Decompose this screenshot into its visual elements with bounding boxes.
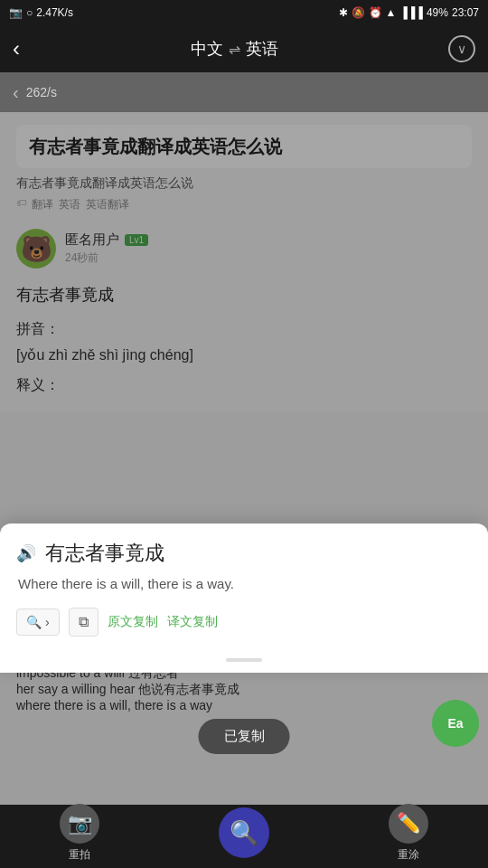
search-button[interactable]: 🔍 ›: [16, 609, 60, 636]
search-arrow: ›: [45, 615, 50, 629]
status-left: 📷 ○ 2.47K/s: [9, 6, 73, 19]
bottom-toolbar: 📷 重拍 🔍 ✏️ 重涂: [0, 805, 488, 868]
copy-icon-button[interactable]: ⧉: [69, 608, 99, 637]
nav-title: 中文 ⇌ 英语: [191, 38, 278, 60]
draw-icon: ✏️: [389, 804, 428, 844]
mute-icon: 🔕: [352, 6, 365, 19]
wifi-icon: ▲: [386, 6, 397, 19]
alarm-icon: ⏰: [369, 6, 382, 19]
copied-toast: 已复制: [199, 719, 290, 754]
status-right: ✱ 🔕 ⏰ ▲ ▐▐▐ 49% 23:07: [339, 6, 479, 19]
nav-title-chinese: 中文: [191, 38, 223, 60]
battery-text: 49%: [427, 6, 448, 19]
signal-bars-icon: ▐▐▐: [399, 6, 423, 19]
ea-label: Ea: [447, 716, 463, 731]
camera-icon: 📷: [60, 804, 99, 844]
search-icon: 🔍: [26, 615, 42, 629]
original-copy-button[interactable]: 原文复制: [108, 614, 158, 630]
popup-drag-handle: [16, 651, 472, 673]
copy-icon: ⧉: [79, 614, 89, 629]
nav-bar: ‹ 中文 ⇌ 英语 ∨: [0, 25, 488, 72]
translated-copy-button[interactable]: 译文复制: [167, 614, 218, 630]
status-bar: 📷 ○ 2.47K/s ✱ 🔕 ⏰ ▲ ▐▐▐ 49% 23:07: [0, 0, 488, 25]
ea-badge[interactable]: Ea: [432, 700, 479, 747]
search-large-icon: 🔍: [219, 807, 269, 858]
overlay: [0, 112, 488, 817]
back-button[interactable]: ‹: [13, 36, 20, 61]
drag-handle-bar: [226, 658, 262, 662]
translation-popup: 🔊 有志者事竟成 Where there is a will, there is…: [0, 524, 488, 673]
search-center-button[interactable]: 🔍: [219, 807, 269, 858]
speaker-icon[interactable]: 🔊: [16, 543, 36, 563]
second-back-icon: ‹: [13, 82, 19, 103]
retake-button[interactable]: 📷 重拍: [60, 804, 99, 863]
popup-chinese-text: 有志者事竟成: [45, 540, 164, 567]
retake-label: 重拍: [69, 847, 90, 863]
popup-english-text: Where there is a will, there is a way.: [16, 576, 472, 591]
time-text: 23:07: [452, 6, 479, 19]
speed-text: 2.47K/s: [36, 6, 73, 19]
second-nav-bar: ‹ 262/s: [0, 72, 488, 112]
bluetooth-icon: ✱: [339, 6, 348, 19]
redraw-label: 重涂: [398, 847, 419, 863]
nav-title-english: 英语: [246, 38, 278, 60]
signal-icon: ○: [26, 6, 33, 19]
popup-actions: 🔍 › ⧉ 原文复制 译文复制: [16, 608, 472, 637]
menu-button[interactable]: ∨: [448, 35, 475, 62]
photo-icon: 📷: [9, 6, 23, 19]
popup-top: 🔊 有志者事竟成: [16, 540, 472, 567]
second-nav-content: 262/s: [26, 85, 57, 99]
nav-arrow-icon: ⇌: [229, 41, 240, 58]
redraw-button[interactable]: ✏️ 重涂: [389, 804, 428, 863]
